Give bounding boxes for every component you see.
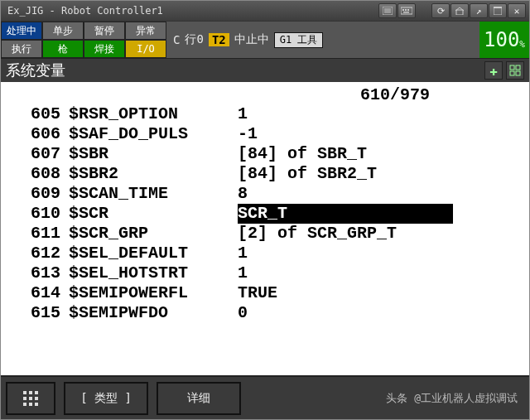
execute-button[interactable]: 执行 (1, 40, 42, 58)
variable-list[interactable]: 605$RSR_OPTION1606$SAF_DO_PULS-1607$SBR[… (1, 104, 529, 323)
var-value: 8 (238, 184, 529, 204)
status-c: C (173, 33, 180, 46)
status-toolbar: 处理中 执行 单步 枪 暂停 焊接 异常 I/O C 行0 T2 中止中 G1 … (1, 21, 529, 59)
line-number: 607 (12, 144, 60, 164)
page-title: 系统变量 (6, 60, 65, 80)
close-icon[interactable]: ✕ (508, 3, 526, 18)
line-number: 606 (12, 124, 60, 144)
var-name: $SEL_DEFAULT (60, 244, 238, 263)
svg-rect-23 (29, 403, 32, 406)
var-name: $SEMIPWFDO (60, 303, 238, 323)
line-number: 608 (12, 164, 60, 184)
menu-icon[interactable] (506, 61, 524, 80)
keyboard-icon[interactable] (398, 3, 416, 18)
var-name: $SEMIPOWERFL (60, 283, 238, 303)
list-item[interactable]: 614$SEMIPOWERFLTRUE (12, 283, 529, 303)
footer-toolbar: [ 类型 ] 详细 头条 @工业机器人虚拟调试 (1, 375, 529, 420)
var-name: $RSR_OPTION (60, 104, 238, 124)
page-indicator: 610/979 (1, 82, 529, 104)
svg-rect-11 (494, 7, 502, 8)
svg-rect-12 (510, 65, 514, 70)
list-icon[interactable] (378, 3, 397, 18)
status-readout: C 行0 T2 中止中 G1 工具 (166, 22, 479, 58)
home-icon[interactable] (450, 3, 469, 18)
window-titlebar: Ex_JIG - Robot Controller1 ⟳ ↗ ✕ (1, 1, 529, 21)
list-item[interactable]: 615$SEMIPWFDO0 (12, 303, 529, 323)
svg-rect-7 (407, 9, 409, 11)
var-value: [84] of SBR2_T (238, 164, 529, 184)
line-number: 614 (12, 283, 60, 303)
var-value: SCR_T (238, 204, 529, 224)
line-number: 612 (12, 244, 60, 263)
status-abort: 中止中 (234, 32, 269, 47)
apps-button[interactable] (6, 382, 55, 415)
pause-button[interactable]: 暂停 (84, 22, 125, 40)
list-item[interactable]: 608$SBR2[84] of SBR2_T (12, 164, 529, 184)
var-value: [2] of SCR_GRP_T (238, 224, 529, 244)
detail-button[interactable]: 详细 (157, 382, 241, 415)
type-button[interactable]: [ 类型 ] (64, 382, 148, 415)
expand-icon[interactable]: ↗ (470, 3, 488, 18)
line-number: 605 (12, 104, 60, 124)
var-name: $SEL_HOTSTRT (60, 263, 238, 283)
var-value: [84] of SBR_T (238, 144, 529, 164)
fullscreen-icon[interactable] (489, 3, 507, 18)
add-icon[interactable]: ✚ (484, 61, 503, 80)
list-item[interactable]: 610$SCRSCR_T (12, 204, 529, 224)
list-item[interactable]: 611$SCR_GRP[2] of SCR_GRP_T (12, 224, 529, 244)
credit-text: 头条 @工业机器人虚拟调试 (249, 391, 524, 406)
svg-rect-18 (35, 391, 38, 394)
var-name: $SBR2 (60, 164, 238, 184)
var-value: 0 (238, 303, 529, 323)
svg-rect-9 (456, 10, 463, 15)
status-t2: T2 (209, 33, 229, 46)
list-item[interactable]: 612$SEL_DEFAULT1 (12, 244, 529, 263)
svg-rect-17 (29, 391, 32, 394)
weld-button[interactable]: 焊接 (84, 40, 125, 58)
var-value: TRUE (238, 283, 529, 303)
svg-rect-13 (516, 65, 520, 70)
line-number: 609 (12, 184, 60, 204)
window-title: Ex_JIG - Robot Controller1 (4, 5, 378, 17)
svg-rect-8 (403, 12, 409, 13)
svg-rect-16 (23, 391, 26, 394)
var-value: -1 (238, 124, 529, 144)
svg-rect-15 (516, 71, 520, 75)
svg-rect-14 (510, 71, 514, 75)
svg-rect-19 (23, 397, 26, 400)
line-number: 613 (12, 263, 60, 283)
variable-list-panel: 610/979 605$RSR_OPTION1606$SAF_DO_PULS-1… (1, 82, 529, 375)
line-number: 611 (12, 224, 60, 244)
list-item[interactable]: 605$RSR_OPTION1 (12, 104, 529, 124)
list-item[interactable]: 607$SBR[84] of SBR_T (12, 144, 529, 164)
speed-percent[interactable]: 100% (479, 22, 529, 58)
var-value: 1 (238, 244, 529, 263)
gun-button[interactable]: 枪 (42, 40, 84, 58)
line-number: 610 (12, 204, 60, 224)
svg-rect-21 (35, 397, 38, 400)
list-item[interactable]: 609$SCAN_TIME8 (12, 184, 529, 204)
status-line: 行0 (185, 32, 203, 47)
var-value: 1 (238, 263, 529, 283)
var-name: $SAF_DO_PULS (60, 124, 238, 144)
svg-rect-5 (402, 9, 404, 11)
processing-button[interactable]: 处理中 (1, 22, 42, 40)
var-value: 1 (238, 104, 529, 124)
error-button[interactable]: 异常 (125, 22, 166, 40)
io-button[interactable]: I/O (125, 40, 166, 58)
svg-rect-6 (405, 9, 407, 11)
step-button[interactable]: 单步 (42, 22, 84, 40)
tool-selector[interactable]: G1 工具 (274, 32, 324, 48)
page-header: 系统变量 ✚ (1, 59, 529, 82)
list-item[interactable]: 606$SAF_DO_PULS-1 (12, 124, 529, 144)
var-name: $SBR (60, 144, 238, 164)
list-item[interactable]: 613$SEL_HOTSTRT1 (12, 263, 529, 283)
var-name: $SCR (60, 204, 238, 224)
svg-rect-22 (23, 403, 26, 406)
line-number: 615 (12, 303, 60, 323)
var-name: $SCAN_TIME (60, 184, 238, 204)
svg-rect-24 (35, 403, 38, 406)
svg-rect-20 (29, 397, 32, 400)
refresh-icon[interactable]: ⟳ (431, 3, 450, 18)
var-name: $SCR_GRP (60, 224, 238, 244)
